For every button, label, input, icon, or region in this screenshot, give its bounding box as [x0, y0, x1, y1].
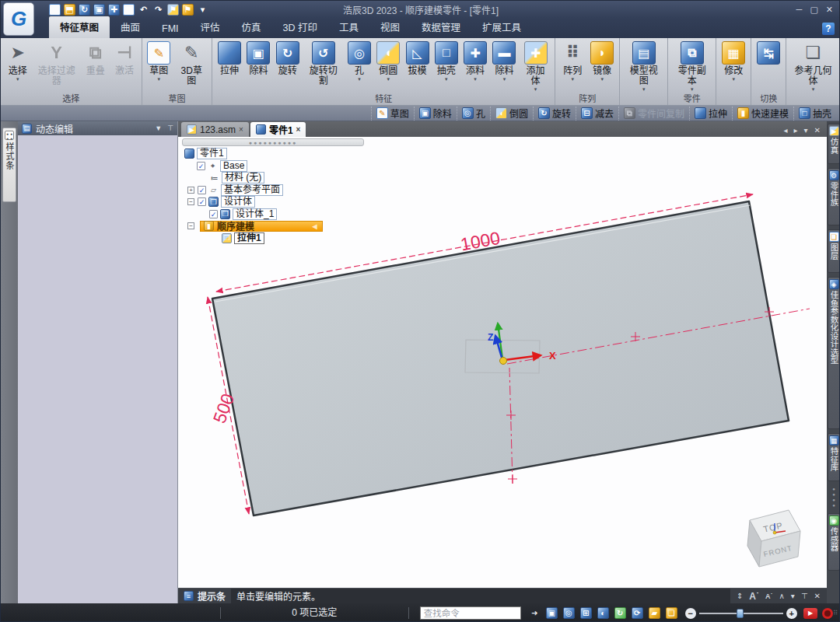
right-tab-仿真[interactable]: ▶仿真: [828, 124, 840, 164]
tree-checkbox[interactable]: ✓: [197, 162, 205, 170]
zoom-slider-track[interactable]: [699, 613, 783, 614]
open-folder-icon[interactable]: ⬒: [64, 4, 75, 16]
panel-dropdown-icon[interactable]: ▼: [155, 124, 162, 132]
dropdown-arrow-icon[interactable]: ▾: [600, 76, 604, 82]
抽壳-button[interactable]: □抽壳▾: [432, 40, 460, 82]
view-cube[interactable]: TOP FRONT: [747, 510, 800, 567]
customize-a-icon[interactable]: ⚑: [167, 4, 179, 16]
quickbar-旋转[interactable]: ↻旋转: [533, 107, 576, 121]
collapse-icon[interactable]: ∧: [779, 592, 785, 600]
dropdown-arrow-icon[interactable]: ▾: [691, 86, 694, 92]
tree-row-设计体[interactable]: −✓❒设计体: [183, 196, 323, 208]
quickbar-倒圆[interactable]: ◖倒圆: [490, 107, 533, 121]
zoom-slider-handle[interactable]: [737, 609, 744, 618]
right-tab-图层[interactable]: ❏图层: [828, 229, 840, 273]
dropdown-arrow-icon[interactable]: ▾: [812, 86, 815, 92]
play-button[interactable]: ▶: [803, 608, 818, 619]
zoom-icon[interactable]: ◎: [563, 607, 575, 619]
ribbon-tab-工具[interactable]: 工具: [328, 16, 369, 38]
dropdown-arrow-icon[interactable]: ▾: [503, 76, 506, 82]
ribbon-tab-特征草图[interactable]: 特征草图: [49, 16, 110, 38]
拉伸-button[interactable]: 拉伸: [215, 40, 243, 76]
mode-arrow-icon[interactable]: ◄: [310, 222, 319, 230]
redo-arrow-icon[interactable]: ➜: [529, 607, 541, 619]
sync-icon[interactable]: ↻: [79, 4, 90, 16]
resize-grip[interactable]: ⠿: [833, 610, 838, 617]
switch-button[interactable]: ↹: [754, 40, 783, 66]
quickbar-孔[interactable]: ◎孔: [457, 107, 490, 121]
prompt-scroll-icon[interactable]: ⇕: [737, 592, 743, 600]
ribbon-tab-仿真[interactable]: 仿真: [231, 16, 272, 38]
quickbar-快速建模[interactable]: ▮快速建模: [732, 107, 793, 121]
record-button[interactable]: [822, 608, 833, 619]
dock-grip[interactable]: ●●●●: [831, 487, 836, 508]
ribbon-tab-扩展工具[interactable]: 扩展工具: [471, 16, 532, 38]
dropdown-arrow-icon[interactable]: ▾: [534, 86, 537, 92]
dropdown-arrow-icon[interactable]: ▾: [387, 76, 390, 82]
阵列-button[interactable]: ⠿阵列▾: [558, 40, 587, 82]
right-tab-佳鱼参数化设计选型[interactable]: ◈佳鱼参数化设计选型: [828, 277, 840, 429]
style-bar-tab[interactable]: ●●●● 样式条: [2, 128, 16, 202]
dropdown-arrow-icon[interactable]: ▾: [474, 76, 477, 82]
重叠-button[interactable]: ⧉重叠: [81, 40, 110, 76]
quickbar-拉伸[interactable]: 拉伸: [689, 107, 732, 121]
tree-row-材料 (无)[interactable]: ≔材料 (无): [183, 172, 323, 184]
doc-tab-123.asm[interactable]: ▶123.asm×: [181, 122, 249, 137]
tab-close-icon[interactable]: ✕: [814, 126, 821, 135]
view-style-icon[interactable]: ▰: [649, 607, 660, 619]
tree-checkbox[interactable]: ✓: [209, 210, 218, 218]
添加体-button[interactable]: ✚添加体▾: [519, 40, 552, 92]
拔模-button[interactable]: ◺拔模: [403, 40, 432, 76]
草图-button[interactable]: ✎草图▾: [145, 40, 173, 82]
孔-button[interactable]: ◎孔▾: [345, 40, 373, 82]
quickbar-除料[interactable]: ▣除料: [414, 107, 457, 121]
shaded-view-icon[interactable]: ◐: [597, 607, 609, 619]
ribbon-tab-曲面[interactable]: 曲面: [110, 16, 151, 38]
spin-icon[interactable]: ↻: [614, 607, 626, 619]
undo-icon[interactable]: ↶: [138, 4, 149, 16]
ribbon-tab-评估[interactable]: 评估: [190, 16, 231, 38]
zoom-in-icon[interactable]: +: [786, 608, 797, 619]
maximize-button[interactable]: ▢: [810, 5, 817, 15]
dynamic-edit-body[interactable]: [18, 135, 177, 603]
tab-scroll-left-icon[interactable]: ◂: [784, 126, 788, 135]
dropdown-arrow-icon[interactable]: ▾: [16, 76, 19, 82]
dropdown-arrow-icon[interactable]: ▾: [358, 76, 361, 82]
dropdown-arrow-icon[interactable]: ▾: [732, 76, 735, 82]
tree-row-Base[interactable]: ✓⌖Base: [183, 160, 323, 173]
rotate-icon[interactable]: ⟳: [632, 607, 643, 619]
viewport[interactable]: 1000 500: [178, 137, 827, 588]
除料-button[interactable]: ▣除料: [244, 40, 273, 76]
expand-icon[interactable]: +: [187, 187, 194, 194]
customize-b-icon[interactable]: ⚑: [182, 4, 194, 16]
font-increase-icon[interactable]: A˙: [749, 591, 759, 602]
close-button[interactable]: ✕: [826, 5, 833, 15]
修改-button[interactable]: ▦修改▾: [719, 40, 748, 82]
zoom-area-icon[interactable]: ⊞: [580, 607, 592, 619]
prompt-dropdown-icon[interactable]: ▾: [791, 592, 795, 600]
dropdown-arrow-icon[interactable]: ▾: [158, 76, 161, 82]
dropdown-arrow-icon[interactable]: ▾: [571, 76, 574, 82]
激活-button[interactable]: ⊣激活: [110, 40, 138, 76]
旋转-button[interactable]: ↻旋转: [273, 40, 302, 76]
ribbon-tab-3D 打印[interactable]: 3D 打印: [272, 16, 328, 38]
参考几何体-button[interactable]: ❏参考几何体▾: [789, 40, 838, 92]
倒圆-button[interactable]: ◖倒圆▾: [374, 40, 403, 82]
save-as-icon[interactable]: ✚: [108, 4, 120, 16]
tree-checkbox[interactable]: ✓: [198, 197, 206, 206]
minimize-button[interactable]: ─: [796, 5, 803, 15]
零件副本-button[interactable]: ⧉零件副本▾: [670, 40, 713, 92]
旋转切割-button[interactable]: ↺旋转切割: [302, 40, 345, 86]
prompt-pin-icon[interactable]: ⊤: [801, 592, 808, 600]
new-document-icon[interactable]: [49, 4, 61, 16]
除料-button[interactable]: ▬除料▾: [490, 40, 519, 82]
right-tab-零件族[interactable]: ⚙零件族: [828, 168, 840, 225]
3D草图-button[interactable]: ✎3D草图: [173, 40, 209, 86]
tree-row-拉伸1[interactable]: ❒拉伸1: [183, 232, 323, 245]
tree-row-基本参考平面[interactable]: +✓▱基本参考平面: [183, 184, 323, 197]
right-tab-传感器[interactable]: ◉传感器: [828, 513, 840, 571]
模型视图-button[interactable]: ▤模型视图▾: [622, 40, 665, 92]
tab-scroll-right-icon[interactable]: ▸: [794, 126, 798, 135]
layers-view-icon[interactable]: ❏: [666, 607, 677, 619]
tree-row-顺序建模[interactable]: −▮顺序建模◄: [183, 220, 323, 232]
